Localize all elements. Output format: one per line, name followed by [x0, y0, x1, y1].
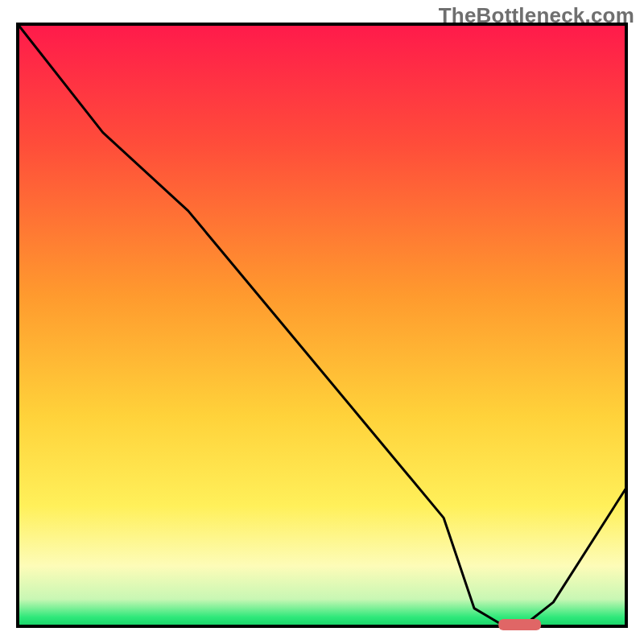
bottleneck-chart — [0, 0, 644, 644]
plot-background — [18, 24, 626, 626]
plot-area — [18, 24, 626, 630]
watermark-text: TheBottleneck.com — [439, 3, 634, 28]
optimal-range-marker — [498, 619, 541, 630]
chart-container: TheBottleneck.com — [0, 0, 644, 644]
